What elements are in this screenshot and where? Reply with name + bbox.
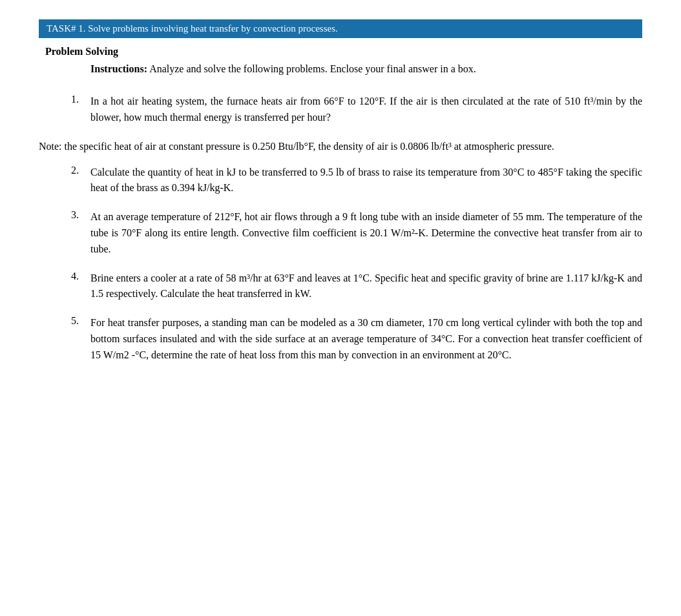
- problem-item-5: 5. For heat transfer purposes, a standin…: [39, 315, 642, 363]
- problem-item-2: 2. Calculate the quantity of heat in kJ …: [39, 165, 642, 197]
- instructions-text: Analyze and solve the following problems…: [147, 63, 476, 74]
- problem-text-5: For heat transfer purposes, a standing m…: [90, 315, 642, 363]
- problem-number-2: 2.: [71, 165, 90, 176]
- task-header: TASK# 1. Solve problems involving heat t…: [39, 19, 642, 38]
- problem-text-2: Calculate the quantity of heat in kJ to …: [90, 165, 642, 197]
- problem-text-3: At an average temperature of 212°F, hot …: [90, 209, 642, 257]
- problem-item-3: 3. At an average temperature of 212°F, h…: [39, 209, 642, 257]
- problem-item-4: 4. Brine enters a cooler at a rate of 58…: [39, 271, 642, 303]
- note-block: Note: the specific heat of air at consta…: [39, 139, 642, 154]
- instructions-label: Instructions:: [90, 63, 147, 74]
- problem-number-5: 5.: [71, 315, 90, 327]
- problem-number-1: 1.: [71, 94, 90, 105]
- problem-text-1: In a hot air heating system, the furnace…: [90, 94, 642, 126]
- task-header-text: TASK# 1. Solve problems involving heat t…: [47, 23, 338, 34]
- problem-number-4: 4.: [71, 271, 90, 282]
- problem-text-4: Brine enters a cooler at a rate of 58 m³…: [90, 271, 642, 303]
- problem-item-1: 1. In a hot air heating system, the furn…: [39, 94, 642, 126]
- instructions-block: Instructions: Analyze and solve the foll…: [39, 61, 642, 77]
- problem-number-3: 3.: [71, 209, 90, 221]
- section-title: Problem Solving: [39, 46, 642, 57]
